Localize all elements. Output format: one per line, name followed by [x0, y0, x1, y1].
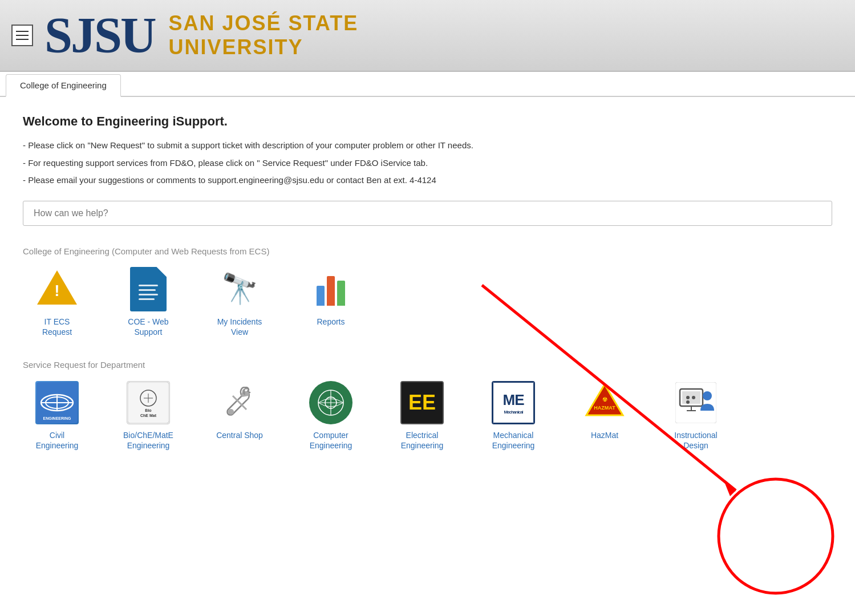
main-content: Welcome to Engineering iSupport. - Pleas… [0, 97, 855, 491]
instructional-design-icon [675, 382, 716, 423]
civil-icon-box: ENGINEERING [34, 380, 80, 425]
bar-chart-icon [317, 273, 345, 306]
svg-text:ENGINEERING: ENGINEERING [43, 416, 71, 420]
electrical-icon-box: EE [399, 380, 445, 425]
coe-web-icon-box [125, 266, 171, 312]
bio-icon-box: Bio ChE Mat [125, 380, 171, 425]
svg-text:Bio: Bio [145, 408, 151, 412]
logo-area: SJSU SAN JOSÉ STATE UNIVERSITY [44, 10, 358, 60]
tab-college-engineering[interactable]: College of Engineering [6, 74, 121, 97]
svg-text:ME: ME [503, 391, 525, 408]
svg-text:☢: ☢ [602, 396, 607, 403]
menu-button[interactable] [11, 25, 33, 46]
mechanical-icon-box: ME Mechanical [491, 380, 536, 425]
document-icon [130, 267, 167, 311]
dept-section-label: Service Request for Department [23, 360, 832, 370]
ecs-section-label: College of Engineering (Computer and Web… [23, 246, 832, 256]
reports-item[interactable]: Reports [297, 266, 365, 327]
welcome-title: Welcome to Engineering iSupport. [23, 114, 832, 129]
bullet-2: - For requesting support services from F… [23, 157, 832, 170]
svg-text:HAZMAT: HAZMAT [594, 405, 615, 411]
svg-point-32 [692, 396, 695, 399]
instructional-design-item[interactable]: InstructionalDesign [662, 380, 730, 451]
my-incidents-label: My IncidentsView [217, 317, 262, 337]
hazmat-icon-box: ☢ HAZMAT [582, 380, 627, 425]
computer-engineering-item[interactable]: ComputerEngineering [297, 380, 365, 451]
svg-point-37 [719, 479, 833, 593]
wrench-icon [224, 387, 256, 419]
university-name-line2: UNIVERSITY [168, 35, 358, 59]
dept-icon-grid: ENGINEERING CivilEngineering Bio ChE Mat [23, 380, 832, 451]
chart-bar-2 [327, 276, 335, 306]
my-incidents-item[interactable]: 🔭 My IncidentsView [205, 266, 274, 337]
mechanical-engineering-icon: ME Mechanical [492, 381, 535, 424]
svg-text:Mechanical: Mechanical [504, 410, 523, 415]
svg-text:EE: EE [408, 391, 436, 414]
my-incidents-icon-box: 🔭 [217, 266, 262, 312]
svg-text:ChE Mat: ChE Mat [140, 414, 157, 418]
civil-engineering-item[interactable]: ENGINEERING CivilEngineering [23, 380, 91, 451]
svg-rect-30 [682, 391, 700, 404]
computer-engineering-label: ComputerEngineering [310, 430, 352, 451]
warning-triangle-icon [37, 270, 77, 307]
computer-icon-box [308, 380, 354, 425]
mechanical-engineering-label: MechanicalEngineering [492, 430, 535, 451]
university-name-line1: SAN JOSÉ STATE [168, 11, 358, 35]
electrical-engineering-item[interactable]: EE ElectricalEngineering [388, 380, 456, 451]
hazmat-item[interactable]: ☢ HAZMAT HazMat [570, 380, 639, 440]
ecs-icon-grid: IT ECSRequest COE - WebSupport 🔭 [23, 266, 832, 337]
sjsu-logo-letters: SJSU [44, 10, 155, 60]
hazmat-label: HazMat [591, 430, 618, 440]
instructional-design-label: InstructionalDesign [674, 430, 717, 451]
svg-point-12 [228, 409, 234, 415]
tab-bar: College of Engineering [0, 74, 855, 97]
header: SJSU SAN JOSÉ STATE UNIVERSITY [0, 0, 855, 72]
svg-point-31 [686, 396, 690, 399]
computer-engineering-icon [309, 381, 352, 424]
svg-point-36 [703, 391, 712, 400]
central-shop-item[interactable]: Central Shop [205, 380, 274, 440]
civil-engineering-label: CivilEngineering [36, 430, 79, 451]
bullet-3: - Please email your suggestions or comme… [23, 174, 832, 187]
chart-bar-3 [337, 281, 345, 306]
bio-engineering-item[interactable]: Bio ChE Mat Bio/ChE/MatEEngineering [114, 380, 183, 451]
welcome-bullets: - Please click on "New Request" to submi… [23, 139, 832, 187]
binoculars-icon: 🔭 [221, 271, 258, 306]
coe-web-label: COE - WebSupport [128, 317, 168, 337]
civil-engineering-icon: ENGINEERING [35, 381, 79, 424]
instructional-icon-box [673, 380, 719, 425]
it-ecs-label: IT ECSRequest [42, 317, 72, 337]
reports-icon-box [308, 266, 354, 312]
search-input[interactable] [23, 201, 832, 226]
bullet-1: - Please click on "New Request" to submi… [23, 139, 832, 152]
coe-web-item[interactable]: COE - WebSupport [114, 266, 183, 337]
reports-label: Reports [317, 317, 345, 327]
document-lines [139, 285, 158, 300]
bio-engineering-label: Bio/ChE/MatEEngineering [123, 430, 173, 451]
electrical-engineering-label: ElectricalEngineering [401, 430, 444, 451]
chart-bar-1 [317, 286, 325, 306]
it-ecs-icon-box [34, 266, 80, 312]
university-name: SAN JOSÉ STATE UNIVERSITY [168, 11, 358, 59]
central-shop-label: Central Shop [216, 430, 263, 440]
mechanical-engineering-item[interactable]: ME Mechanical MechanicalEngineering [479, 380, 548, 451]
svg-point-33 [686, 400, 690, 404]
central-shop-icon-box [217, 380, 262, 425]
hazmat-icon: ☢ HAZMAT [584, 382, 625, 423]
electrical-engineering-icon: EE [400, 381, 444, 424]
it-ecs-item[interactable]: IT ECSRequest [23, 266, 91, 337]
bio-engineering-icon: Bio ChE Mat [127, 381, 170, 424]
